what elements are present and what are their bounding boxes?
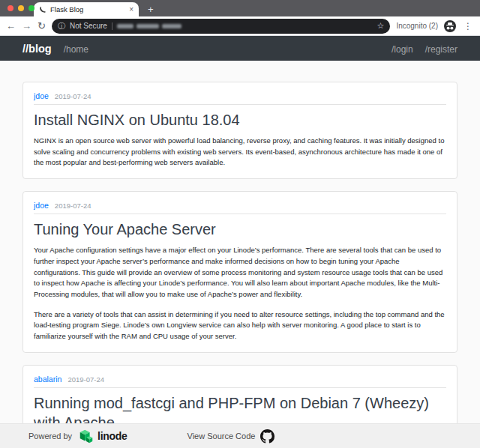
post-paragraph: There are a variety of tools that can as… [34, 309, 446, 342]
post-paragraph: NGINX is an open source web server with … [34, 136, 446, 169]
post-meta: jdoe 2019-07-24 [34, 201, 446, 214]
window-zoom-button[interactable] [28, 5, 34, 11]
security-label: Not Secure [70, 22, 107, 30]
url-redacted [117, 24, 182, 28]
tab-close-icon[interactable]: × [129, 6, 134, 13]
window-minimize-button[interactable] [18, 5, 24, 11]
post-meta: abalarin 2019-07-24 [34, 375, 446, 388]
post-date: 2019-07-24 [68, 375, 104, 384]
post-card: abalarin 2019-07-24 Running mod_fastcgi … [22, 365, 458, 423]
post-author-link[interactable]: jdoe [34, 201, 49, 210]
tab-title: Flask Blog [50, 5, 125, 13]
post-meta: jdoe 2019-07-24 [34, 91, 446, 105]
browser-toolbar: ← → ↻ ⓘ Not Secure ☆ Incognito (2) ⋮ [0, 16, 480, 36]
browser-menu-icon[interactable]: ⋮ [462, 22, 474, 31]
site-navbar: //blog /home /login /register [0, 36, 480, 61]
nav-link-register[interactable]: /register [425, 44, 458, 55]
address-bar[interactable]: ⓘ Not Secure ☆ [52, 19, 391, 34]
post-card: jdoe 2019-07-24 Tuning Your Apache Serve… [22, 191, 458, 353]
site-footer: Powered by linode View Source Code [0, 423, 480, 448]
github-icon[interactable] [260, 429, 274, 444]
browser-window: Flask Blog × + ← → ↻ ⓘ Not Secure ☆ Inco… [0, 0, 480, 448]
view-source-link[interactable]: View Source Code [188, 432, 256, 441]
post-paragraph: Your Apache configuration settings have … [34, 245, 446, 300]
post-date: 2019-07-24 [55, 202, 92, 210]
post-date: 2019-07-24 [55, 92, 92, 100]
tab-strip: Flask Blog × + [0, 0, 480, 16]
back-icon[interactable]: ← [6, 21, 16, 31]
forward-icon[interactable]: → [22, 21, 32, 31]
post-card: jdoe 2019-07-24 Install NGINX on Ubuntu … [22, 82, 458, 179]
post-title-link[interactable]: Running mod_fastcgi and PHP-FPM on Debia… [34, 393, 446, 423]
post-author-link[interactable]: jdoe [34, 91, 49, 100]
powered-by-label: Powered by [28, 432, 72, 441]
window-controls [8, 5, 34, 11]
browser-tab[interactable]: Flask Blog × [34, 2, 139, 16]
omnibox-divider [112, 22, 112, 30]
window-close-button[interactable] [8, 5, 14, 11]
blog-feed: jdoe 2019-07-24 Install NGINX on Ubuntu … [0, 61, 480, 423]
post-title-link[interactable]: Install NGINX on Ubuntu 18.04 [34, 110, 446, 130]
post-title-link[interactable]: Tuning Your Apache Server [34, 220, 446, 239]
info-icon[interactable]: ⓘ [58, 21, 65, 31]
post-author-link[interactable]: abalarin [34, 375, 62, 384]
linode-logo-icon[interactable] [78, 428, 94, 444]
new-tab-button[interactable]: + [148, 4, 154, 14]
nav-link-home[interactable]: /home [64, 44, 88, 55]
incognito-avatar-icon[interactable] [444, 20, 456, 32]
nav-link-login[interactable]: /login [392, 44, 413, 55]
navbar-brand[interactable]: //blog [22, 43, 52, 55]
reload-icon[interactable]: ↻ [38, 21, 46, 31]
bookmark-star-icon[interactable]: ☆ [377, 21, 385, 31]
linode-wordmark[interactable]: linode [98, 430, 127, 442]
incognito-label: Incognito (2) [396, 22, 438, 30]
flask-favicon-icon [39, 6, 46, 13]
